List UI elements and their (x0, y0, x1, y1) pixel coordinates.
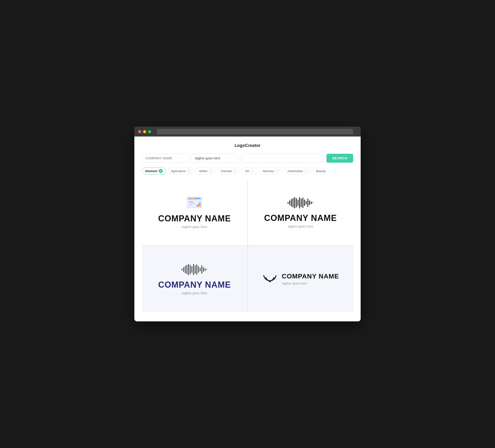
filter-chip-attorney[interactable]: Attorney ✓ (260, 168, 282, 174)
logo-4-tagline: tagline goes here (282, 281, 339, 285)
soundwave-navy-icon (181, 263, 207, 276)
svg-rect-42 (206, 269, 207, 270)
logo-1-tagline: tagline goes here (182, 225, 207, 229)
filter-check-automotive: ✓ (304, 169, 308, 173)
filter-label-automotive: Automotive (287, 169, 303, 173)
logo-1-company-name: COMPANY NAME (158, 214, 231, 224)
svg-rect-17 (298, 199, 298, 206)
wifi-arc-icon (262, 271, 278, 283)
svg-rect-39 (201, 265, 202, 274)
app-title: LogoCreator (142, 143, 353, 148)
filter-bar: Abstract ✓ Agriculture ✓ Airline ✓ Anima… (142, 168, 353, 174)
logo-2-company-name: COMPANY NAME (264, 213, 337, 223)
svg-rect-28 (183, 267, 184, 272)
filter-label-airline: Airline (199, 169, 207, 173)
svg-rect-37 (198, 266, 199, 273)
svg-rect-36 (196, 264, 197, 275)
svg-rect-24 (309, 200, 310, 205)
logo-3-tagline: tagline goes here (182, 291, 207, 295)
filter-check-art: ✓ (250, 169, 255, 173)
filter-label-art: Art (245, 169, 249, 173)
filter-check-attorney: ✓ (275, 169, 279, 173)
svg-rect-32 (190, 265, 191, 274)
svg-rect-11 (288, 202, 289, 204)
svg-rect-9 (198, 203, 199, 207)
logo-3-company-name: COMPANY NAME (158, 280, 231, 290)
url-bar (157, 129, 353, 134)
filter-label-agriculture: Agriculture (171, 169, 186, 173)
filter-chip-animals[interactable]: Animals ✓ (218, 168, 240, 174)
filter-label-beauty: Beauty (316, 169, 326, 173)
filter-check-airline: ✓ (209, 169, 213, 173)
filter-label-abstract: Abstract (145, 169, 157, 173)
logo-grid: COMPANY NAME tagline goes here (142, 179, 353, 312)
search-bar: SEARCH (142, 154, 353, 163)
titlebar (134, 127, 361, 137)
logo-4-company-name: COMPANY NAME (282, 273, 339, 280)
dashboard-icon (186, 196, 203, 210)
svg-rect-26 (312, 202, 313, 203)
svg-rect-4 (194, 198, 200, 199)
svg-rect-31 (188, 264, 189, 275)
tagline-input[interactable] (192, 154, 239, 163)
svg-point-43 (269, 280, 271, 282)
filter-chip-beauty[interactable]: Beauty (313, 168, 329, 174)
svg-point-2 (189, 198, 191, 199)
filter-chip-agriculture[interactable]: Agriculture ✓ (168, 168, 194, 174)
logo-card-3[interactable]: COMPANY NAME tagline goes here (142, 246, 247, 312)
svg-rect-25 (311, 201, 312, 204)
filter-label-attorney: Attorney (262, 169, 274, 173)
filter-chip-art[interactable]: Art ✓ (242, 168, 258, 174)
filter-next-arrow[interactable]: → (332, 168, 338, 174)
minimize-button[interactable] (143, 130, 146, 133)
company-name-input[interactable] (142, 154, 189, 163)
svg-rect-30 (186, 265, 187, 274)
maximize-button[interactable] (148, 130, 151, 133)
filter-check-animals: ✓ (233, 169, 237, 173)
logo-card-4[interactable]: COMPANY NAME tagline goes here (248, 246, 353, 312)
svg-rect-15 (294, 197, 295, 209)
svg-rect-27 (181, 268, 182, 270)
svg-rect-8 (197, 205, 197, 207)
logo-4-inner: COMPANY NAME tagline goes here (262, 271, 339, 287)
soundwave-black-icon (288, 196, 314, 209)
svg-rect-6 (189, 203, 195, 204)
svg-rect-13 (291, 199, 292, 207)
keywords-input[interactable] (241, 154, 324, 163)
filter-label-animals: Animals (221, 169, 232, 173)
svg-rect-12 (289, 200, 290, 205)
svg-rect-14 (292, 198, 293, 208)
app-window: LogoCreator SEARCH Abstract ✓ Agricultur… (134, 127, 361, 321)
filter-chip-airline[interactable]: Airline ✓ (196, 168, 216, 174)
svg-rect-38 (200, 268, 201, 271)
svg-rect-19 (301, 198, 302, 207)
svg-point-3 (191, 198, 193, 199)
svg-rect-10 (199, 202, 200, 207)
logo-card-1[interactable]: COMPANY NAME tagline goes here (142, 179, 247, 245)
svg-rect-23 (307, 198, 308, 207)
svg-rect-20 (302, 197, 303, 208)
filter-check-agriculture: ✓ (187, 169, 191, 173)
svg-rect-5 (189, 202, 193, 202)
svg-rect-40 (203, 267, 204, 272)
filter-check-abstract: ✓ (159, 169, 163, 173)
svg-rect-22 (306, 201, 307, 205)
logo-card-2[interactable]: COMPANY NAME tagline goes here (248, 179, 353, 245)
app-content: LogoCreator SEARCH Abstract ✓ Agricultur… (134, 137, 361, 321)
svg-rect-21 (304, 199, 305, 206)
svg-rect-41 (205, 268, 206, 271)
logo-4-text-block: COMPANY NAME tagline goes here (282, 273, 339, 285)
filter-chip-abstract[interactable]: Abstract ✓ (142, 168, 166, 174)
close-button[interactable] (138, 130, 141, 133)
filter-chip-automotive[interactable]: Automotive ✓ (284, 168, 311, 174)
svg-rect-7 (189, 204, 192, 205)
svg-rect-16 (296, 198, 297, 208)
search-button[interactable]: SEARCH (327, 154, 353, 163)
svg-rect-34 (193, 264, 194, 275)
svg-rect-33 (192, 266, 192, 273)
logo-2-tagline: tagline goes here (288, 224, 313, 228)
svg-rect-18 (299, 197, 300, 209)
svg-rect-35 (195, 265, 196, 274)
svg-rect-29 (185, 266, 186, 273)
